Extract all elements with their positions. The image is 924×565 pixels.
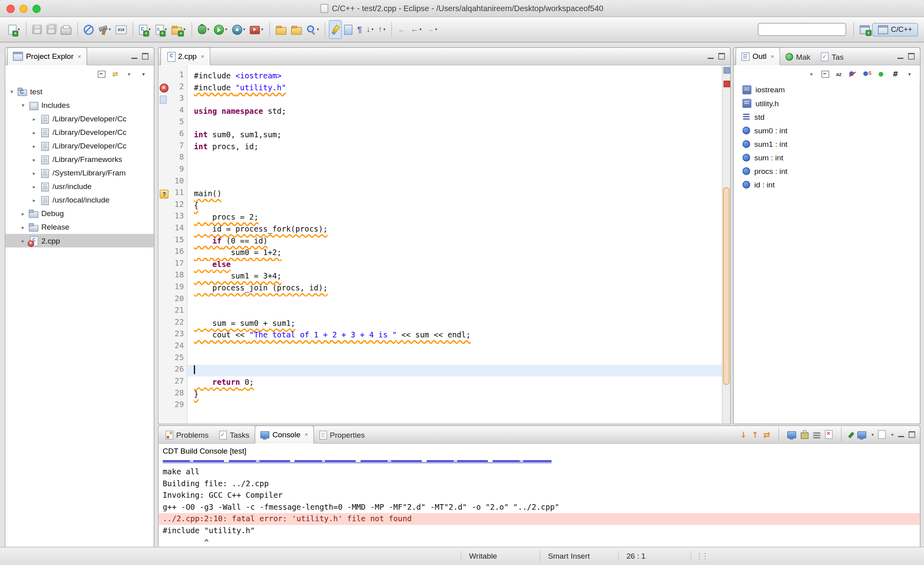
code-line-9[interactable] (187, 164, 722, 176)
build-all-dropdown-button[interactable]: ▾ (96, 20, 113, 39)
quick-access-input[interactable] (758, 23, 846, 36)
close-icon[interactable]: × (304, 431, 308, 438)
binary-button[interactable]: 010 (113, 20, 129, 39)
code-line-13[interactable]: procs = 2; (187, 212, 722, 224)
sort-icon[interactable]: az (834, 70, 843, 78)
maximize-icon[interactable] (908, 53, 914, 59)
clear-console-icon[interactable] (825, 430, 832, 439)
word-wrap-icon[interactable] (813, 431, 821, 439)
code-line-21[interactable] (187, 306, 722, 318)
code-line-22[interactable]: sum = sum0 + sum1; (187, 318, 722, 329)
collapse-all-icon[interactable] (98, 71, 105, 78)
hide-static-members-icon[interactable] (863, 70, 871, 78)
code-line-4[interactable]: using namespace std; (187, 105, 722, 117)
display-selected-console-icon[interactable] (787, 431, 796, 438)
close-icon[interactable]: × (78, 53, 81, 59)
code-line-29[interactable] (187, 400, 722, 412)
focus-icon[interactable] (125, 70, 134, 78)
expand-arrow-icon[interactable]: ▸ (31, 143, 38, 149)
outline-item[interactable]: procs : int (734, 164, 920, 178)
mark-occurrences-toggle[interactable] (329, 20, 342, 39)
code-line-17[interactable]: else (187, 259, 722, 271)
previous-annotation-dropdown-button[interactable]: ↑▾ (376, 20, 388, 39)
code-line-2[interactable]: #include "utility.h" (187, 82, 722, 94)
code-line-11[interactable]: main() (187, 188, 722, 200)
profile-dropdown-button[interactable]: ▾ (230, 20, 248, 39)
open-perspective-button[interactable] (857, 20, 872, 39)
minimize-icon[interactable] (131, 53, 137, 59)
code-line-19[interactable]: process_join (procs, id); (187, 282, 722, 294)
external-tools-dropdown-button[interactable]: ▾ (248, 20, 265, 39)
help-marker-icon[interactable]: ? (160, 190, 168, 199)
minimize-icon[interactable] (897, 53, 903, 59)
code-line-24[interactable] (187, 341, 722, 353)
back-dropdown-button[interactable]: ←▾ (408, 20, 424, 39)
next-annotation-dropdown-button[interactable]: ↓▾ (364, 20, 376, 39)
maximize-icon[interactable] (142, 53, 148, 59)
perspective-cpp-button[interactable]: C/C++ (872, 23, 918, 36)
collapse-arrow-icon[interactable]: ▾ (19, 102, 27, 108)
tree-item[interactable]: ▸Debug (5, 207, 154, 220)
expand-arrow-icon[interactable]: ▸ (31, 197, 38, 203)
view-menu-icon[interactable]: ▾ (139, 70, 148, 78)
next-error-icon[interactable]: ↓ (740, 430, 747, 439)
outline-item[interactable]: sum1 : int (734, 137, 920, 151)
tree-item[interactable]: ▸/Library/Frameworks (5, 153, 154, 166)
new-source-file-dropdown-button[interactable]: c▾ (153, 20, 169, 39)
tab-outline[interactable]: Outl × (735, 47, 780, 65)
close-icon[interactable]: × (771, 53, 774, 59)
code-line-7[interactable]: int procs, id; (187, 141, 722, 153)
code-line-28[interactable]: } (187, 388, 722, 400)
code-line-23[interactable]: cout << "The total of 1 + 2 + 3 + 4 is "… (187, 329, 722, 341)
debug-dropdown-button[interactable]: ▾ (195, 20, 212, 39)
link-with-editor-icon[interactable]: ⇄ (111, 70, 119, 78)
new-wizard-dropdown-button[interactable]: ▾ (6, 20, 22, 39)
minimize-icon[interactable] (708, 53, 714, 59)
tree-item[interactable]: ▸/Library/Developer/Cc (5, 125, 154, 139)
expand-arrow-icon[interactable]: ▸ (31, 156, 38, 162)
code-line-10[interactable] (187, 176, 722, 188)
run-dropdown-button[interactable]: ▾ (212, 20, 230, 39)
expand-arrow-icon[interactable]: ▸ (19, 224, 27, 230)
code-line-8[interactable] (187, 153, 722, 165)
tree-item[interactable]: ▸2.cpp (5, 234, 154, 247)
search-dropdown-button[interactable]: ▾ (304, 20, 322, 39)
expand-arrow-icon[interactable]: ▸ (31, 129, 38, 135)
show-whitespace-toggle[interactable]: ¶ (355, 20, 364, 39)
tree-item[interactable]: ▾Ctest (5, 85, 154, 98)
overview-cursor-marker[interactable] (723, 67, 730, 74)
show-console-on-output-icon[interactable]: ⇄ (763, 430, 770, 439)
tab-project-explorer[interactable]: Project Explor × (7, 47, 87, 65)
outline-item[interactable]: sum : int (734, 151, 920, 164)
code-line-14[interactable]: id = process_fork(procs); (187, 223, 722, 235)
code-line-20[interactable] (187, 294, 722, 306)
code-line-12[interactable]: { (187, 200, 722, 212)
tab-problems[interactable]: Problems (160, 427, 214, 443)
code-line-5[interactable] (187, 117, 722, 129)
show-selected-element-button[interactable] (342, 20, 355, 39)
maximize-icon[interactable] (908, 431, 915, 438)
tree-item[interactable]: ▸/Library/Developer/Cc (5, 139, 154, 152)
tree-item[interactable]: ▾Includes (5, 98, 154, 112)
outline-item[interactable]: sum0 : int (734, 124, 920, 137)
tree-item[interactable]: ▸/usr/include (5, 180, 154, 193)
tab-task-list[interactable]: Tas (816, 49, 849, 65)
collapse-arrow-icon[interactable]: ▾ (8, 89, 16, 95)
new-class-dropdown-button[interactable]: C▾ (137, 20, 153, 39)
code-line-15[interactable]: if (0 == id) (187, 235, 722, 247)
tab-console[interactable]: Console × (255, 425, 314, 444)
code-line-16[interactable]: sum0 = 1+2; (187, 247, 722, 259)
code-line-27[interactable]: return 0; (187, 376, 722, 388)
open-type-button[interactable] (273, 20, 289, 39)
open-resource-button[interactable] (289, 20, 304, 39)
hide-inactive-code-icon[interactable]: # (891, 70, 900, 78)
overview-error-marker[interactable] (723, 81, 730, 87)
collapse-all-icon[interactable] (821, 71, 829, 78)
tree-item[interactable]: ▸/Library/Developer/Cc (5, 112, 154, 125)
outline-item[interactable]: std (734, 110, 920, 124)
pin-console-icon[interactable] (848, 432, 854, 438)
code-line-3[interactable] (187, 94, 722, 105)
last-edit-location-button[interactable]: ← (396, 20, 409, 39)
code-line-18[interactable]: sum1 = 3+4; (187, 271, 722, 282)
view-menu-icon[interactable]: ▾ (905, 70, 914, 78)
